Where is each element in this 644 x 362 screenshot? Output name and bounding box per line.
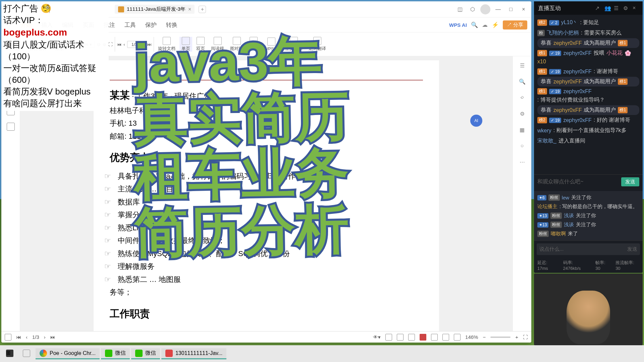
wps-ai-tool[interactable]: WPS AI <box>262 38 281 51</box>
sidebar-toggle-icon[interactable] <box>5 334 11 341</box>
avatar-icon[interactable] <box>480 4 490 14</box>
tab-title: 111111-Java后端开发-3年 <box>127 6 185 12</box>
view3-icon[interactable] <box>408 334 415 341</box>
settings-side-icon[interactable]: ⚙ <box>518 109 527 118</box>
close-chat-icon[interactable]: × <box>633 5 639 11</box>
zoom-slider[interactable] <box>490 337 511 338</box>
view4-icon[interactable] <box>431 334 438 341</box>
maximize-icon[interactable]: □ <box>506 4 516 14</box>
share-button[interactable]: ↗ 分享 <box>503 20 527 29</box>
fullscreen-icon[interactable]: ⛶ <box>523 334 528 340</box>
search-side-icon[interactable]: 🔍 <box>518 77 527 86</box>
menu-tools[interactable]: 工具 <box>124 21 136 29</box>
dict-button[interactable]: 划词翻译 <box>307 37 328 52</box>
view6-icon[interactable] <box>454 334 461 341</box>
circle-icon[interactable]: ○ <box>518 141 527 150</box>
sb-first-icon[interactable]: ⏮ <box>16 334 21 340</box>
rotate-button[interactable]: 旋转文档 <box>156 37 177 52</box>
document-tab[interactable]: 111111-Java后端开发-3年 × <box>115 5 195 14</box>
collapse-icon[interactable]: ☰ <box>518 61 527 70</box>
sb-prev-icon[interactable]: ‹ <box>26 334 28 340</box>
sb-page[interactable]: 1/3 <box>32 334 39 340</box>
close-window-icon[interactable]: × <box>519 4 529 14</box>
webcam-feed <box>534 274 643 345</box>
filter-icon[interactable]: ☰ <box>614 5 620 11</box>
gear-icon[interactable]: ⚙ <box>623 5 629 11</box>
search-icon[interactable]: 🔍 <box>471 21 478 28</box>
chat-input[interactable]: 和观众聊点什么吧~ <box>537 178 619 185</box>
single-page-button[interactable]: 单页 <box>179 37 192 52</box>
taskbar-chrome[interactable]: Poe - Google Chr... <box>36 348 100 359</box>
more-icon[interactable]: ⋯ <box>518 158 527 166</box>
cube-icon[interactable]: ⬡ <box>468 4 478 14</box>
close-tab-icon[interactable]: × <box>188 6 191 12</box>
chat-input-2[interactable]: 说点什么...发送 <box>537 243 640 255</box>
taskbar-wps[interactable]: 13011111111-Jav... <box>161 348 226 359</box>
zoom-in-sb[interactable]: + <box>515 334 518 340</box>
layout-icon[interactable]: ◫ <box>455 4 465 14</box>
start-button[interactable]: ⊞ <box>2 348 17 359</box>
ad-overlay: 打个广告 🧐 话术VIP：bogeplus.com 项目八股文/面试话术（100… <box>1 1 109 111</box>
play-sb-icon[interactable] <box>420 334 426 341</box>
minimize-icon[interactable]: — <box>493 4 503 14</box>
page-input[interactable]: 1/3 <box>127 41 142 48</box>
live-chat-panel: 直播互动 ↗ 👥 ☰ ⚙ × 榜2✓ 2yL10丶: 要知足 粉飞翔的小把柄: … <box>534 1 643 273</box>
chat-title: 直播互动 <box>538 4 592 12</box>
view5-icon[interactable] <box>442 334 449 341</box>
stream-stats: 延迟: 17ms码率: 2476kb/s帧率: 30推流帧率: 30 <box>534 258 643 273</box>
first-page-icon[interactable]: ⏮ <box>117 42 121 47</box>
last-page-icon[interactable]: ⏭ <box>147 42 152 47</box>
taskbar-wechat1[interactable]: 微信 <box>101 348 130 359</box>
layers-icon[interactable] <box>7 123 15 131</box>
section-duties: 工作职责 <box>110 305 423 323</box>
sb-next-icon[interactable]: › <box>44 334 46 340</box>
grid-icon[interactable]: ▦ <box>518 125 527 134</box>
pdf-icon <box>118 6 124 12</box>
double-page-button[interactable]: 双页 <box>194 37 207 52</box>
bolt-icon[interactable]: ⚡ <box>492 21 499 28</box>
people-icon[interactable]: 👥 <box>604 5 610 11</box>
view2-icon[interactable] <box>397 334 404 341</box>
contrast-button[interactable]: 图对比 <box>228 37 245 52</box>
task-view-button[interactable] <box>19 348 34 359</box>
compress-button[interactable]: 压缩 <box>247 37 260 52</box>
section-highlights: 优势亮点 <box>110 149 423 167</box>
read-mode-button[interactable]: 阅读模 <box>209 37 226 52</box>
fit-icon[interactable]: ⛶ <box>108 42 113 47</box>
wps-ai-button[interactable]: WPS AI <box>449 22 467 28</box>
view1-icon[interactable] <box>385 334 392 341</box>
document-page: 某某 · 工作3.5年 · 现居住广州 桂林电子科技 手机: 13 邮箱: 11… <box>94 60 439 331</box>
spiral-icon[interactable]: ꩜ <box>518 93 527 102</box>
eye-icon[interactable]: 👁▾ <box>373 334 381 340</box>
sb-last-icon[interactable]: ⏭ <box>50 334 55 340</box>
cloud-icon[interactable]: ☁ <box>482 21 488 28</box>
resume-name: 某某 <box>110 89 130 101</box>
taskbar: ⊞ Poe - Google Chr... 微信 微信 13011111111-… <box>0 345 644 362</box>
ai-assistant-bubble[interactable]: AI <box>470 115 482 127</box>
new-tab-button[interactable]: + <box>199 6 206 13</box>
export-icon[interactable]: ↗ <box>595 5 601 11</box>
zoom-out-sb[interactable]: − <box>483 334 486 340</box>
next-page-icon[interactable]: › <box>144 42 145 47</box>
send-button[interactable]: 发送 <box>621 177 639 186</box>
taskbar-wechat2[interactable]: 微信 <box>131 348 160 359</box>
menu-convert[interactable]: 转换 <box>166 21 177 29</box>
menu-protect[interactable]: 保护 <box>145 21 157 29</box>
zoom-label: 146% <box>465 334 478 340</box>
prev-page-icon[interactable]: ‹ <box>123 42 125 47</box>
translate-button[interactable]: 全文翻译 <box>283 37 305 52</box>
